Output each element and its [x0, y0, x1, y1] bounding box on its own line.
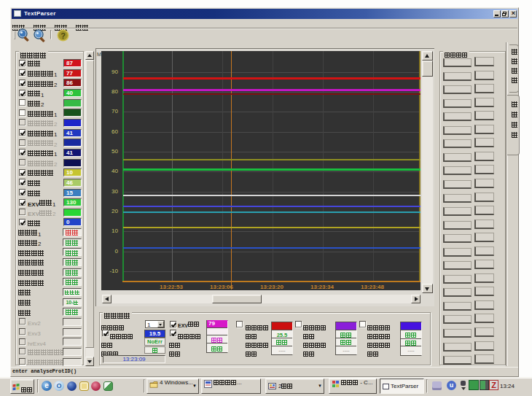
svg-text:?: ? — [60, 31, 66, 40]
